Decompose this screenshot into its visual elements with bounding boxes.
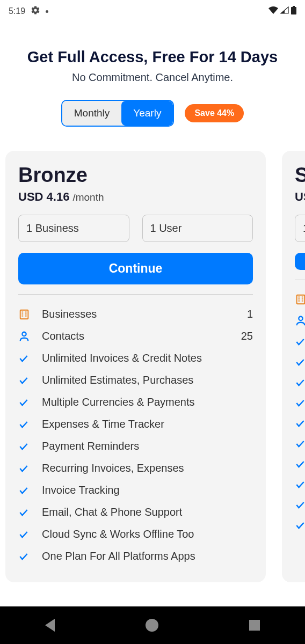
feature-businesses: Businesses 1 (18, 303, 253, 325)
status-time: 5:19 (9, 6, 25, 16)
svg-rect-6 (25, 313, 27, 314)
plan-period: /month (72, 192, 104, 203)
feature-item (295, 332, 305, 352)
feature-item: Multiple Currencies & Payments (18, 391, 253, 413)
divider (18, 294, 253, 295)
feature-label: Businesses (40, 308, 247, 320)
check-icon (18, 375, 40, 386)
check-icon (295, 377, 305, 388)
feature-item (295, 474, 305, 495)
feature-item (295, 515, 305, 536)
feature-item: Unlimited Estimates, Purchases (18, 369, 253, 391)
selectors-row: 1 (295, 215, 305, 242)
check-icon (295, 357, 305, 368)
feature-contacts: Contacts 25 (18, 325, 253, 347)
feature-businesses (295, 289, 305, 310)
feature-item (295, 454, 305, 474)
check-icon (295, 438, 305, 449)
check-icon (18, 507, 40, 518)
svg-rect-4 (25, 311, 27, 312)
plan-price: USD 4.16 (18, 190, 69, 204)
check-icon (295, 479, 305, 490)
status-right (268, 6, 296, 17)
feature-label: Recurring Invoices, Expenses (40, 462, 253, 474)
feature-item: One Plan For All Platforms Apps (18, 545, 253, 567)
check-icon (295, 459, 305, 470)
plan-price: US (295, 190, 305, 204)
billing-toggle: Monthly Yearly (61, 100, 175, 127)
feature-item: Cloud Sync & Works Offline Too (18, 523, 253, 545)
plan-price-row: USD 4.16 /month (18, 190, 253, 204)
svg-point-17 (299, 317, 302, 320)
business-selector[interactable]: 1 (295, 215, 305, 242)
check-icon (18, 463, 40, 474)
check-icon (18, 397, 40, 408)
feature-contacts (295, 310, 305, 332)
battery-icon (291, 6, 296, 17)
plan-name: Bronze (18, 164, 253, 187)
svg-rect-15 (298, 301, 300, 302)
wifi-icon (268, 6, 278, 16)
monthly-toggle-button[interactable]: Monthly (62, 101, 122, 126)
building-icon (18, 309, 40, 320)
feature-label: Invoice Tracking (40, 484, 253, 496)
save-badge: Save 44% (185, 104, 244, 122)
home-button[interactable] (146, 619, 158, 632)
check-icon (18, 419, 40, 430)
billing-toggle-row: Monthly Yearly Save 44% (0, 100, 305, 127)
navigation-bar (0, 606, 305, 644)
business-selector[interactable]: 1 Business (18, 215, 129, 242)
feature-label: Payment Reminders (40, 440, 253, 452)
feature-label: Unlimited Estimates, Purchases (40, 374, 253, 386)
yearly-toggle-button[interactable]: Yearly (121, 101, 173, 126)
svg-rect-5 (21, 313, 23, 314)
feature-label: Expenses & Time Tracker (40, 418, 253, 430)
svg-rect-0 (291, 7, 296, 14)
divider (295, 280, 305, 280)
feature-item: Invoice Tracking (18, 479, 253, 501)
user-selector[interactable]: 1 User (142, 215, 253, 242)
feature-item: Payment Reminders (18, 435, 253, 457)
feature-label: Cloud Sync & Works Offline Too (40, 528, 253, 540)
svg-rect-16 (302, 301, 303, 302)
continue-button[interactable]: Continue (18, 253, 253, 284)
svg-rect-14 (302, 298, 303, 299)
feature-item: Email, Chat & Phone Support (18, 501, 253, 523)
feature-value: 1 (247, 308, 253, 320)
page-subtitle: No Commitment. Cancel Anytime. (16, 71, 289, 84)
check-icon (295, 500, 305, 510)
svg-rect-13 (298, 298, 300, 299)
plan-price-row: US (295, 190, 305, 204)
back-button[interactable] (45, 619, 55, 632)
page-header: Get Full Access, Free For 14 Days No Com… (0, 21, 305, 100)
status-left: 5:19 (9, 5, 48, 17)
feature-item (295, 413, 305, 434)
feature-item: Expenses & Time Tracker (18, 413, 253, 435)
status-bar: 5:19 (0, 0, 305, 21)
svg-point-9 (22, 332, 26, 335)
feature-item (295, 393, 305, 413)
check-icon (18, 353, 40, 364)
svg-rect-1 (293, 6, 295, 7)
svg-rect-10 (297, 295, 305, 304)
feature-label: One Plan For All Platforms Apps (40, 550, 253, 562)
recent-button[interactable] (249, 620, 260, 631)
feature-item (295, 434, 305, 454)
continue-button[interactable] (295, 253, 305, 270)
check-icon (18, 441, 40, 452)
person-icon (18, 331, 40, 342)
person-icon (295, 315, 305, 327)
check-icon (18, 485, 40, 496)
feature-label: Unlimited Invoices & Credit Notes (40, 352, 253, 364)
building-icon (295, 294, 305, 305)
svg-rect-3 (21, 311, 23, 312)
feature-item: Unlimited Invoices & Credit Notes (18, 347, 253, 369)
feature-label: Multiple Currencies & Payments (40, 396, 253, 408)
plans-container[interactable]: Bronze USD 4.16 /month 1 Business 1 User… (0, 151, 305, 582)
svg-rect-12 (302, 297, 303, 298)
check-icon (295, 418, 305, 429)
feature-label: Contacts (40, 330, 241, 342)
signal-icon (280, 6, 289, 16)
page-title: Get Full Access, Free For 14 Days (16, 48, 289, 66)
svg-rect-2 (20, 310, 28, 319)
